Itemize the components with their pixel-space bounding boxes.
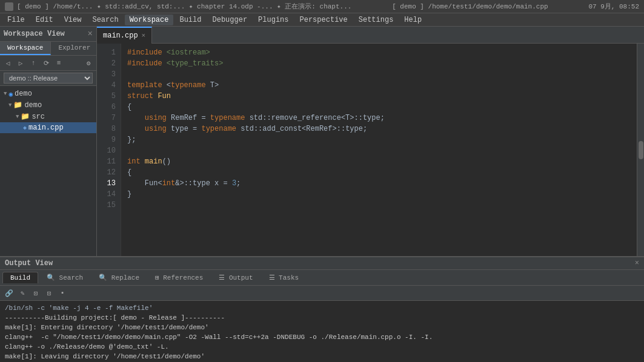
line-num-5: 5	[97, 91, 121, 102]
workspace-panel: Workspace View × Workspace Explorer ◁ ▷ …	[0, 27, 97, 256]
tree-label-main-cpp: main.cpp	[28, 123, 64, 132]
workspace-panel-title: Workspace View	[4, 30, 65, 38]
output-content: /bin/sh -c 'make -j 4 -e -f Makefile' --…	[0, 301, 644, 362]
line-num-12: 12	[97, 167, 121, 178]
project-tree: ▼ ◉ demo ▼ 📁 demo ▼ 📁 src ◆ main.cpp	[0, 86, 96, 256]
menu-settings[interactable]: Settings	[354, 15, 399, 25]
line-num-9: 9	[97, 134, 121, 145]
menu-help[interactable]: Help	[399, 15, 427, 25]
line-num-14: 14	[97, 189, 121, 200]
tree-label-demo-folder: demo	[24, 101, 42, 110]
workspace-tab-workspace[interactable]: Workspace	[0, 42, 51, 55]
line-num-10: 10	[97, 145, 121, 156]
toolbar-up-button[interactable]: ↑	[28, 58, 39, 68]
menu-search[interactable]: Search	[87, 15, 123, 25]
title-bar-time: 07 9月, 08:52	[588, 2, 639, 11]
line-num-3: 3	[97, 69, 121, 80]
output-toolbar-link[interactable]: 🔗	[4, 288, 15, 298]
folder-icon-demo: 📁	[13, 100, 22, 110]
line-num-2: 2	[97, 58, 121, 69]
scrollbar-handle	[639, 141, 643, 159]
title-bar-tabs: [ demo ] /home/t... ✦ std::add_cv, std:.…	[17, 2, 351, 11]
output-toolbar-copy2[interactable]: ⊡	[44, 288, 55, 298]
output-line-4: clang++ -c "/home/test1/demo/demo/main.c…	[5, 332, 639, 342]
tree-arrow-demo: ▼	[8, 102, 12, 108]
editor-tab-close[interactable]: ×	[142, 32, 146, 39]
app-icon	[5, 2, 13, 11]
tree-arrow-root-demo: ▼	[4, 91, 7, 97]
code-editor[interactable]: 1 2 3 4 5 6 7 8 9 10 11 12 13 14 15 #inc…	[97, 44, 644, 256]
output-tab-tasks[interactable]: ☰ Tasks	[262, 272, 307, 283]
editor-tab-main-cpp[interactable]: main.cpp ×	[97, 27, 152, 44]
output-line-1: /bin/sh -c 'make -j 4 -e -f Makefile'	[5, 303, 639, 313]
toolbar-forward-button[interactable]: ▷	[15, 58, 26, 68]
output-toolbar-copy1[interactable]: ⊡	[30, 288, 41, 298]
menu-debugger[interactable]: Debugger	[207, 15, 252, 25]
output-line-2: ----------Building project:[ demo - Rele…	[5, 313, 639, 323]
title-bar-center: [ demo ] /home/test1/demo/demo/main.cpp	[392, 3, 548, 10]
toolbar-back-button[interactable]: ◁	[2, 58, 13, 68]
toolbar-collapse-button[interactable]: ≡	[53, 58, 64, 68]
tree-item-demo-folder[interactable]: ▼ 📁 demo	[0, 99, 96, 111]
output-tab-output[interactable]: ☰ Output	[211, 272, 260, 283]
output-tabs: Build 🔍 Search 🔍 Replace ⊞ References ☰ …	[0, 270, 644, 286]
menu-perspective[interactable]: Perspective	[295, 15, 353, 25]
file-icon-main: ◆	[23, 124, 27, 131]
code-content[interactable]: #include <iostream> #include <type_trait…	[121, 44, 637, 256]
output-close-button[interactable]: ×	[635, 259, 639, 268]
menu-build[interactable]: Build	[174, 15, 206, 25]
line-num-15: 15	[97, 200, 121, 211]
editor-tab-label: main.cpp	[103, 31, 138, 40]
editor-scrollbar[interactable]	[637, 44, 644, 256]
output-tab-replace[interactable]: 🔍 Replace	[91, 272, 147, 283]
title-bar: [ demo ] /home/t... ✦ std::add_cv, std:.…	[0, 0, 644, 13]
workspace-toolbar: ◁ ▷ ↑ ⟳ ≡ ⚙	[0, 56, 96, 71]
project-icon: ◉	[8, 90, 13, 98]
line-num-1: 1	[97, 47, 121, 58]
output-toolbar-clear[interactable]: ▪	[57, 288, 68, 298]
output-line-6: make[1]: Leaving directory '/home/test1/…	[5, 352, 639, 361]
output-tab-references[interactable]: ⊞ References	[148, 272, 210, 283]
workspace-tab-explorer[interactable]: Explorer	[51, 42, 98, 55]
toolbar-config-button[interactable]: ⚙	[83, 58, 94, 68]
menu-bar: File Edit View Search Workspace Build De…	[0, 13, 644, 27]
tree-arrow-src: ▼	[16, 114, 19, 120]
workspace-close-button[interactable]: ×	[88, 29, 93, 39]
line-num-4: 4	[97, 80, 121, 91]
tree-label-src: src	[32, 113, 45, 121]
menu-view[interactable]: View	[59, 15, 87, 25]
project-select[interactable]: demo :: Release demo :: Debug	[4, 73, 93, 84]
tree-item-src-folder[interactable]: ▼ 📁 src	[0, 111, 96, 122]
line-num-13: 13	[97, 178, 121, 189]
output-toolbar: 🔗 ✎ ⊡ ⊡ ▪	[0, 286, 644, 301]
output-tab-search[interactable]: 🔍 Search	[39, 272, 90, 283]
editor-area: main.cpp × 1 2 3 4 5 6 7 8 9 10 11 12 13…	[97, 27, 644, 256]
output-tab-build[interactable]: Build	[2, 272, 38, 283]
menu-file[interactable]: File	[2, 15, 30, 25]
output-panel: Output View × Build 🔍 Search 🔍 Replace ⊞…	[0, 256, 644, 362]
line-num-8: 8	[97, 123, 121, 134]
output-line-5: clang++ -o ./Release/demo @'demo_txt' -L…	[5, 342, 639, 352]
output-panel-header: Output View ×	[0, 257, 644, 270]
output-line-3: make[1]: Entering directory '/home/test1…	[5, 323, 639, 332]
toolbar-refresh-button[interactable]: ⟳	[41, 58, 51, 68]
tree-item-main-cpp[interactable]: ◆ main.cpp	[0, 122, 96, 133]
line-numbers: 1 2 3 4 5 6 7 8 9 10 11 12 13 14 15	[97, 44, 121, 256]
output-toolbar-edit[interactable]: ✎	[17, 288, 28, 298]
menu-edit[interactable]: Edit	[31, 15, 58, 25]
output-panel-title: Output View	[5, 259, 53, 268]
line-num-11: 11	[97, 156, 121, 167]
editor-tabs: main.cpp ×	[97, 27, 644, 44]
tree-item-root-demo[interactable]: ▼ ◉ demo	[0, 88, 96, 99]
line-num-7: 7	[97, 113, 121, 123]
title-bar-left: [ demo ] /home/t... ✦ std::add_cv, std:.…	[5, 2, 351, 11]
workspace-tabs: Workspace Explorer	[0, 42, 96, 56]
main-layout: Workspace View × Workspace Explorer ◁ ▷ …	[0, 27, 644, 256]
menu-plugins[interactable]: Plugins	[253, 15, 293, 25]
tree-label-root-demo: demo	[15, 90, 32, 98]
workspace-panel-header: Workspace View ×	[0, 27, 96, 42]
project-dropdown-container: demo :: Release demo :: Debug	[0, 71, 96, 86]
line-num-6: 6	[97, 102, 121, 113]
menu-workspace[interactable]: Workspace	[125, 15, 174, 25]
folder-icon-src: 📁	[21, 112, 30, 121]
